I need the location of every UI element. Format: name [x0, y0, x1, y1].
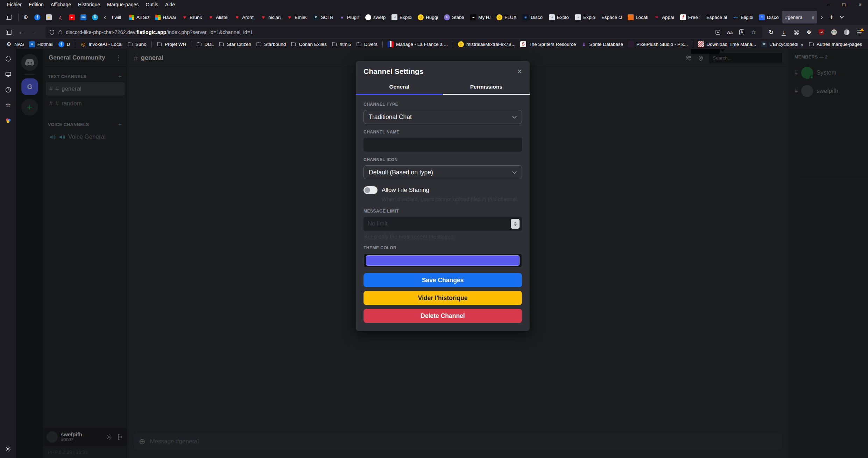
tab-free-[interactable]: fFree :: [677, 11, 703, 23]
forward-button[interactable]: →: [28, 27, 40, 38]
save-page-button[interactable]: [713, 27, 723, 37]
ublock-extension-button[interactable]: uO: [816, 27, 827, 38]
history-icon[interactable]: [4, 85, 12, 94]
channel-type-select[interactable]: Traditional Chat: [364, 110, 522, 124]
delete-channel-button[interactable]: Delete Channel: [364, 309, 522, 323]
bookmark-invokeai-local[interactable]: ◎InvokeAI - Local: [78, 41, 125, 48]
bookmark-starbound[interactable]: Starbound: [254, 41, 288, 48]
firefox-view-button[interactable]: [3, 11, 15, 23]
ai-chatbot-icon[interactable]: [4, 55, 12, 63]
url-bar[interactable]: discord-like-php-chat-7262.dev.flatlogic…: [45, 27, 762, 38]
translate-button[interactable]: Aa: [725, 27, 735, 37]
tab-permissions[interactable]: Permissions: [443, 81, 530, 95]
clear-history-button[interactable]: Vider l'historique: [364, 291, 522, 305]
bookmark-conan-exiles[interactable]: Conan Exiles: [288, 41, 329, 48]
menu-affichage[interactable]: Affichage: [47, 1, 75, 8]
pinned-tab-worm[interactable]: ζ: [55, 11, 66, 23]
bookmark-mistralai-mixtral-8x7b-[interactable]: ☺mistralai/Mixtral-8x7B...: [456, 41, 518, 48]
message-limit-input[interactable]: [364, 217, 522, 231]
pinned-tab-diamond[interactable]: ◆: [43, 11, 55, 23]
gray-extension-button[interactable]: [841, 27, 853, 38]
tab-t-will[interactable]: t will: [109, 11, 126, 23]
bookmark-projet-wh[interactable]: Projet WH: [154, 41, 189, 48]
menu-aide[interactable]: Aide: [162, 1, 178, 8]
tab-explor[interactable]: ◢Explor: [546, 11, 572, 23]
bookmark-download-time-mana-[interactable]: Download Time Mana...: [696, 41, 758, 48]
shield-icon[interactable]: [49, 29, 55, 35]
theme-color-input[interactable]: [364, 254, 522, 268]
tab-plugin[interactable]: ♦Plugin: [336, 11, 362, 23]
tab-emie0[interactable]: ♥Emie0: [284, 11, 310, 23]
scroll-tabs-right-button[interactable]: ›: [818, 11, 826, 23]
sidebar-toggle-button[interactable]: [3, 27, 15, 38]
other-bookmarks-folder[interactable]: Autres marque-pages: [806, 41, 865, 48]
tab-espace-clie[interactable]: Espace clie: [599, 11, 624, 23]
tab-espace-abo[interactable]: Espace abo: [704, 11, 729, 23]
minimize-button[interactable]: –: [820, 0, 836, 9]
bookmark-page-button[interactable]: ☆: [748, 27, 759, 37]
goggles-extension-button[interactable]: [828, 27, 840, 38]
channel-icon-select[interactable]: Default (Based on type): [364, 165, 522, 179]
tab-appar[interactable]: SLAppar: [651, 11, 677, 23]
bookmark-star-citizen[interactable]: Star Citizen: [216, 41, 254, 48]
channel-name-input[interactable]: [364, 138, 522, 152]
tab-swefpi[interactable]: swefpi: [362, 11, 388, 23]
file-sharing-toggle[interactable]: [364, 186, 377, 194]
new-tab-button[interactable]: +: [826, 12, 837, 23]
tab-discor[interactable]: ◉Discor: [520, 11, 546, 23]
downloads-button[interactable]: ↓: [778, 27, 790, 38]
pinned-tab-d-blue[interactable]: D: [89, 11, 101, 23]
account-button[interactable]: [790, 27, 802, 38]
menu-outils[interactable]: Outils: [142, 1, 162, 8]
translate-alt-button[interactable]: A: [736, 27, 747, 37]
lock-icon[interactable]: [58, 30, 63, 35]
tab-hawai[interactable]: Hawai: [153, 11, 178, 23]
bookmark-html5[interactable]: html5: [329, 41, 354, 48]
close-window-button[interactable]: ×: [852, 0, 868, 9]
bookmark-mariage-la-france-[interactable]: Mariage - La France à ...: [385, 41, 450, 48]
tab-explor[interactable]: ◢Explor: [572, 11, 598, 23]
tab-my-ha[interactable]: ☁My Ha: [467, 11, 493, 23]
pinned-tab-youtube[interactable]: ▶: [66, 11, 78, 23]
tab-huggi[interactable]: ☺Huggi: [415, 11, 441, 23]
menu-marque-pages[interactable]: Marque-pages: [104, 1, 142, 8]
tab-#genera[interactable]: #genera×: [782, 11, 817, 23]
tab-stable[interactable]: S.Stable: [441, 11, 467, 23]
bookmark-divers[interactable]: Divers: [354, 41, 380, 48]
close-tab-icon[interactable]: ×: [811, 14, 814, 20]
scroll-tabs-left-button[interactable]: ‹: [101, 11, 109, 23]
extensions-button[interactable]: ❖: [803, 27, 815, 38]
tab-all-siz[interactable]: All Siz: [126, 11, 152, 23]
sidebar-settings-gear-icon[interactable]: [4, 445, 12, 453]
maximize-button[interactable]: □: [836, 0, 852, 9]
url-text[interactable]: discord-like-php-chat-7262.dev.flatlogic…: [66, 29, 253, 35]
menu-historique[interactable]: Historique: [75, 1, 104, 8]
refresh-button[interactable]: ↻: [765, 27, 777, 38]
tab-niciara[interactable]: ♥niciara: [257, 11, 283, 23]
back-button[interactable]: ←: [15, 27, 27, 38]
pinned-tab-facebook[interactable]: f: [31, 11, 43, 23]
pinned-tab-dsm[interactable]: DSM: [78, 11, 89, 23]
bookmark-l-encyclop-die-fantast-[interactable]: EFL'Encyclopédie Fantast...: [758, 41, 798, 48]
bookmark-ddl[interactable]: DDL: [194, 41, 216, 48]
tab-bruni2[interactable]: ♥Bruni2: [179, 11, 205, 23]
close-modal-button[interactable]: ×: [517, 68, 522, 76]
app-menu-button[interactable]: ☰: [853, 27, 865, 38]
synced-tabs-icon[interactable]: [4, 70, 12, 78]
tab-general[interactable]: General: [356, 81, 443, 95]
save-changes-button[interactable]: Save Changes: [364, 273, 522, 287]
tab-alister[interactable]: ♥Alister: [205, 11, 231, 23]
tab-eligibi[interactable]: adaEligibi: [730, 11, 756, 23]
bookmarks-overflow-button[interactable]: »: [798, 41, 806, 47]
tab-discor[interactable]: ≡Discor: [756, 11, 782, 23]
menu-fichier[interactable]: Fichier: [3, 1, 25, 8]
bookmark-suno[interactable]: Suno: [125, 41, 149, 48]
list-all-tabs-button[interactable]: [837, 12, 847, 23]
colorways-icon[interactable]: [4, 116, 12, 125]
tab-aromy[interactable]: ♥Aromy: [231, 11, 257, 23]
bookmark-the-spriters-resource[interactable]: SThe Spriters Resource: [518, 41, 578, 48]
bookmark-hotmail[interactable]: ✉Hotmail: [27, 41, 56, 48]
bookmarks-sidebar-icon[interactable]: ☆: [4, 101, 12, 109]
menu--dition[interactable]: Édition: [25, 1, 47, 8]
bookmark-nas[interactable]: ⊕NAS: [3, 41, 27, 48]
